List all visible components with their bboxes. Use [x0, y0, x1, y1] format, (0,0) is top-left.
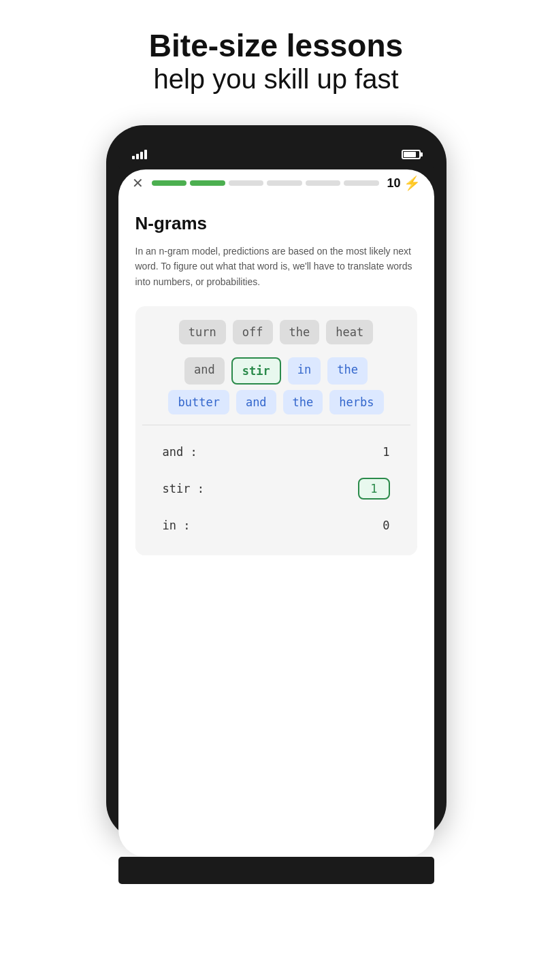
headline-light: help you skill up fast	[149, 64, 403, 95]
token-heat: heat	[326, 320, 373, 344]
signal-bar-3	[140, 152, 143, 159]
phone-screen: ✕ 10 ⚡ N-grams In an n-gram model, predi…	[118, 169, 434, 857]
progress-bar-4	[267, 180, 302, 186]
tokens-card: turn off the heat and stir in the butter…	[135, 306, 417, 555]
headline-bold: Bite-size lessons	[149, 27, 403, 64]
phone-status-bar	[118, 139, 434, 169]
progress-bar-6	[344, 180, 379, 186]
xp-badge: 10 ⚡	[387, 175, 420, 191]
freq-value-stir: 1	[358, 478, 389, 500]
token-the-1: the	[280, 320, 320, 344]
token-butter: butter	[168, 390, 229, 414]
phone-frame: ✕ 10 ⚡ N-grams In an n-gram model, predi…	[106, 125, 447, 840]
frequency-table: and : 1 stir : 1 in : 0	[135, 425, 417, 555]
xp-count: 10	[387, 176, 400, 191]
signal-icon	[132, 150, 147, 159]
phone-bottom-bar	[118, 857, 434, 884]
battery-fill	[404, 152, 417, 157]
freq-word-stir: stir :	[163, 482, 204, 495]
lesson-title: N-grams	[135, 213, 417, 234]
token-the-2: the	[327, 357, 368, 385]
token-and-1: and	[184, 357, 225, 385]
token-stir: stir	[231, 357, 281, 385]
freq-value-in: 0	[383, 519, 389, 532]
bolt-icon: ⚡	[404, 175, 421, 191]
freq-word-and: and :	[163, 445, 197, 459]
token-herbs: herbs	[329, 390, 383, 414]
tokens-row-1: turn off the heat	[135, 306, 417, 355]
page-headline: Bite-size lessons help you skill up fast	[149, 27, 403, 95]
freq-word-in: in :	[163, 519, 191, 532]
freq-value-and: 1	[383, 445, 389, 459]
freq-row-in: in : 0	[149, 509, 404, 542]
lesson-content: N-grams In an n-gram model, predictions …	[118, 199, 434, 857]
progress-bar-1	[152, 180, 187, 186]
freq-row-stir: stir : 1	[149, 468, 404, 509]
lesson-header: ✕ 10 ⚡	[118, 169, 434, 199]
progress-bar-5	[306, 180, 341, 186]
freq-row-and: and : 1	[149, 436, 404, 468]
token-off: off	[233, 320, 273, 344]
signal-bar-2	[136, 154, 139, 159]
lesson-description: In an n-gram model, predictions are base…	[135, 244, 417, 289]
token-and-2: and	[236, 390, 276, 414]
battery-icon	[402, 150, 421, 159]
token-the-3: the	[283, 390, 323, 414]
close-button[interactable]: ✕	[132, 175, 144, 191]
token-turn: turn	[179, 320, 226, 344]
tokens-row-3: butter and the herbs	[135, 387, 417, 425]
signal-bar-1	[132, 156, 135, 159]
progress-bar-2	[190, 180, 225, 186]
progress-bars	[152, 180, 379, 186]
token-in: in	[288, 357, 321, 385]
signal-bar-4	[144, 150, 147, 159]
progress-bar-3	[229, 180, 264, 186]
tokens-row-2: and stir in the	[135, 355, 417, 387]
